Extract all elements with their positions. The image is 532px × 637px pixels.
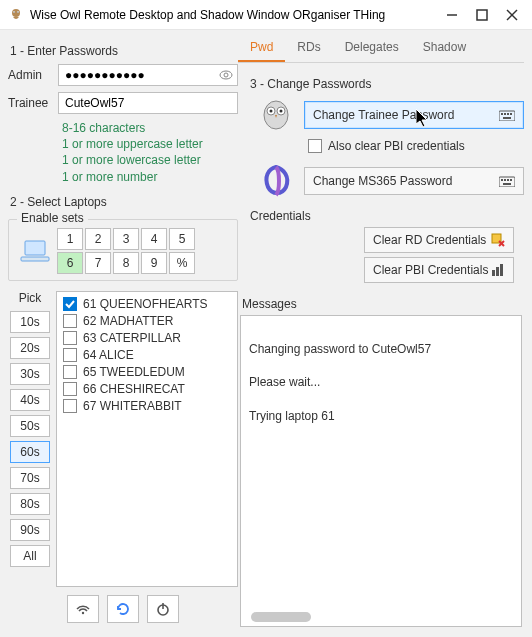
admin-password-input[interactable] [58, 64, 238, 86]
credentials-title: Credentials [250, 209, 524, 223]
svg-point-0 [12, 9, 20, 17]
svg-rect-38 [500, 264, 503, 276]
trainee-label: Trainee [8, 96, 58, 110]
set-1-button[interactable]: 1 [57, 228, 83, 250]
svg-rect-30 [507, 179, 509, 181]
rule-lower: 1 or more lowercase letter [62, 152, 238, 168]
list-item[interactable]: 61 QUEENOFHEARTS [63, 296, 231, 313]
clear-pbi-credentials-button[interactable]: Clear PBI Credentials [364, 257, 514, 283]
list-item[interactable]: 63 CATERPILLAR [63, 330, 231, 347]
pick-all-button[interactable]: All [10, 545, 50, 567]
svg-rect-25 [510, 113, 512, 115]
pick-10s-button[interactable]: 10s [10, 311, 50, 333]
svg-rect-27 [499, 177, 515, 187]
pick-40s-button[interactable]: 40s [10, 389, 50, 411]
section-1-title: 1 - Enter Passwords [10, 44, 238, 58]
set-6-button[interactable]: 6 [57, 252, 83, 274]
enable-sets-legend: Enable sets [17, 211, 88, 225]
tab-rds[interactable]: RDs [285, 34, 332, 62]
svg-rect-28 [501, 179, 503, 181]
svg-rect-32 [503, 183, 511, 185]
rule-chars: 8-16 characters [62, 120, 238, 136]
set-7-button[interactable]: 7 [85, 252, 111, 274]
keyboard-icon [499, 175, 515, 187]
refresh-button[interactable] [107, 595, 139, 623]
laptop-list[interactable]: 61 QUEENOFHEARTS 62 MADHATTER 63 CATERPI… [56, 291, 238, 587]
pick-20s-button[interactable]: 20s [10, 337, 50, 359]
trainee-password-input[interactable] [58, 92, 238, 114]
pick-30s-button[interactable]: 30s [10, 363, 50, 385]
svg-point-20 [280, 110, 283, 113]
checkbox-icon[interactable] [63, 314, 77, 328]
messages-box[interactable]: Changing password to CuteOwl57 Please wa… [240, 315, 522, 627]
tab-pwd[interactable]: Pwd [238, 34, 285, 62]
admin-label: Admin [8, 68, 58, 82]
svg-point-3 [14, 11, 15, 12]
set-pct-button[interactable]: % [169, 252, 195, 274]
messages-body: Changing password to CuteOwl57 Please wa… [249, 342, 431, 423]
change-trainee-password-button[interactable]: Change Trainee Password [304, 101, 524, 129]
pick-90s-button[interactable]: 90s [10, 519, 50, 541]
svg-point-13 [82, 612, 84, 614]
pick-70s-button[interactable]: 70s [10, 467, 50, 489]
maximize-button[interactable] [476, 9, 488, 21]
clear-rd-icon [491, 233, 505, 247]
password-rules: 8-16 characters 1 or more uppercase lett… [62, 120, 238, 185]
set-5-button[interactable]: 5 [169, 228, 195, 250]
minimize-button[interactable] [446, 9, 458, 21]
owl-shield-icon [258, 97, 298, 133]
svg-rect-12 [21, 257, 49, 261]
set-2-button[interactable]: 2 [85, 228, 111, 250]
list-item[interactable]: 64 ALICE [63, 347, 231, 364]
list-item[interactable]: 65 TWEEDLEDUM [63, 364, 231, 381]
clear-rd-credentials-button[interactable]: Clear RD Credentials [364, 227, 514, 253]
wifi-button[interactable] [67, 595, 99, 623]
clear-pbi-icon [491, 263, 505, 277]
checkbox-icon[interactable] [63, 365, 77, 379]
svg-rect-23 [504, 113, 506, 115]
svg-point-19 [270, 110, 273, 113]
pick-50s-button[interactable]: 50s [10, 415, 50, 437]
app-icon [8, 7, 24, 23]
svg-point-9 [220, 71, 232, 79]
tab-delegates[interactable]: Delegates [333, 34, 411, 62]
svg-rect-37 [496, 267, 499, 276]
set-9-button[interactable]: 9 [141, 252, 167, 274]
list-item[interactable]: 62 MADHATTER [63, 313, 231, 330]
svg-rect-22 [501, 113, 503, 115]
keyboard-icon [499, 109, 515, 121]
window-title: Wise Owl Remote Desktop and Shadow Windo… [30, 8, 446, 22]
svg-rect-24 [507, 113, 509, 115]
change-ms365-password-button[interactable]: Change MS365 Password [304, 167, 524, 195]
laptop-icon [15, 228, 55, 274]
rule-number: 1 or more number [62, 169, 238, 185]
tab-shadow[interactable]: Shadow [411, 34, 478, 62]
close-button[interactable] [506, 9, 518, 21]
set-3-button[interactable]: 3 [113, 228, 139, 250]
also-clear-pbi-label: Also clear PBI credentials [328, 139, 465, 153]
power-button[interactable] [147, 595, 179, 623]
list-item[interactable]: 67 WHITERABBIT [63, 398, 231, 415]
reveal-password-icon[interactable] [218, 67, 234, 83]
pick-label: Pick [19, 291, 42, 305]
pick-60s-button[interactable]: 60s [10, 441, 50, 463]
svg-point-4 [18, 11, 19, 12]
tab-bar: Pwd RDs Delegates Shadow [238, 34, 524, 63]
svg-rect-29 [504, 179, 506, 181]
set-4-button[interactable]: 4 [141, 228, 167, 250]
list-item[interactable]: 66 CHESHIRECAT [63, 381, 231, 398]
rule-upper: 1 or more uppercase letter [62, 136, 238, 152]
checkbox-icon[interactable] [63, 331, 77, 345]
checkbox-icon[interactable] [63, 297, 77, 311]
set-8-button[interactable]: 8 [113, 252, 139, 274]
scrollbar-thumb[interactable] [251, 612, 311, 622]
ms365-icon [258, 163, 298, 199]
pick-80s-button[interactable]: 80s [10, 493, 50, 515]
section-3-title: 3 - Change Passwords [250, 77, 524, 91]
checkbox-icon[interactable] [63, 348, 77, 362]
checkbox-icon[interactable] [63, 399, 77, 413]
checkbox-icon[interactable] [63, 382, 77, 396]
also-clear-pbi-checkbox[interactable] [308, 139, 322, 153]
svg-rect-6 [477, 10, 487, 20]
messages-title: Messages [242, 297, 524, 311]
